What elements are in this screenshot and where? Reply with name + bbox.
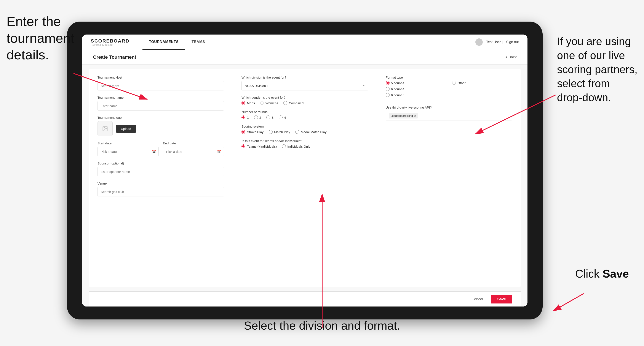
form-area: Tournament Host Tournament name Tourname… (89, 69, 521, 287)
format-5count4[interactable]: 5 count 4 (386, 81, 446, 85)
event-individuals-radio[interactable] (282, 144, 286, 148)
format-5count4-radio[interactable] (386, 81, 390, 85)
upload-button[interactable]: Upload (116, 125, 136, 133)
format-label: Format type (386, 76, 512, 79)
format-group: Format type 5 count 4 Other (386, 76, 512, 97)
rounds-2-radio[interactable] (254, 116, 258, 119)
event-individuals-label: Individuals Only (287, 145, 310, 148)
svg-point-1 (104, 127, 105, 128)
tournament-name-input[interactable] (98, 101, 224, 111)
cancel-button[interactable]: Cancel (467, 295, 487, 304)
navbar: SCOREBOARD Powered by Clippit TOURNAMENT… (82, 34, 528, 50)
brand-title: SCOREBOARD (91, 38, 130, 44)
nav-link-tournaments[interactable]: TOURNAMENTS (142, 34, 185, 50)
tablet-screen: SCOREBOARD Powered by Clippit TOURNAMENT… (82, 34, 528, 307)
api-tag-remove[interactable]: × (414, 114, 416, 118)
rounds-1[interactable]: 1 (242, 116, 248, 119)
scoring-stroke-label: Stroke Play (247, 130, 264, 134)
tablet-frame: SCOREBOARD Powered by Clippit TOURNAMENT… (67, 21, 542, 320)
start-date-group: Start date 📅 (98, 141, 159, 156)
search-golf-club-input[interactable] (98, 187, 224, 196)
rounds-group: Number of rounds 1 2 (242, 110, 368, 119)
venue-label: Venue (98, 181, 224, 185)
scoring-medal[interactable]: Medal Match Play (295, 130, 326, 134)
rounds-1-radio[interactable] (242, 116, 245, 119)
event-teams-radio[interactable] (242, 144, 245, 148)
format-5count4-label: 5 count 4 (391, 81, 404, 85)
rounds-3[interactable]: 3 (266, 116, 274, 119)
scoring-match-radio[interactable] (269, 130, 272, 134)
end-date-input[interactable] (163, 147, 224, 156)
sponsor-input[interactable] (98, 167, 224, 176)
tournament-name-label: Tournament name (98, 96, 224, 99)
annotation-division: Select the division and format. (244, 318, 400, 333)
rounds-2[interactable]: 2 (254, 116, 261, 119)
division-wrapper: NCAA Division I ▼ (242, 81, 368, 90)
scoring-stroke[interactable]: Stroke Play (242, 130, 264, 134)
svg-line-5 (554, 294, 584, 311)
start-date-wrapper: 📅 (98, 147, 159, 156)
signout-link[interactable]: Sign out (506, 40, 519, 44)
scoring-radio-group: Stroke Play Match Play Medal Match Play (242, 130, 368, 134)
venue-wrapper (98, 187, 224, 196)
annotation-live: If you are usingone of our livescoring p… (557, 34, 638, 105)
date-row: Start date 📅 End date 📅 (98, 141, 224, 156)
tournament-host-wrapper (98, 81, 224, 90)
tournament-host-label: Tournament Host (98, 76, 224, 79)
gender-womens-radio[interactable] (260, 101, 264, 105)
format-6count5[interactable]: 6 count 5 (386, 93, 446, 97)
scoring-medal-label: Medal Match Play (301, 130, 326, 134)
rounds-label: Number of rounds (242, 110, 368, 114)
tournament-host-group: Tournament Host (98, 76, 224, 90)
scoring-medal-radio[interactable] (295, 130, 299, 134)
gender-label: Which gender is the event for? (242, 96, 368, 99)
nav-link-teams[interactable]: TEAMS (185, 34, 212, 50)
gender-combined[interactable]: Combined (284, 101, 304, 105)
gender-group: Which gender is the event for? Mens Wome… (242, 96, 368, 105)
end-date-wrapper: 📅 (163, 147, 224, 156)
gender-womens[interactable]: Womens (260, 101, 278, 105)
back-button[interactable]: < Back (506, 55, 517, 59)
search-team-input[interactable] (98, 81, 224, 90)
scoring-match[interactable]: Match Play (269, 130, 290, 134)
event-teams[interactable]: Teams (+Individuals) (242, 144, 277, 148)
format-6count5-radio[interactable] (386, 93, 390, 97)
format-grid: 5 count 4 Other 6 count 4 (386, 81, 512, 97)
gender-combined-label: Combined (289, 101, 304, 105)
gender-mens-radio[interactable] (242, 101, 245, 105)
event-type-label: Is this event for Teams and/or Individua… (242, 139, 368, 143)
gender-combined-radio[interactable] (284, 101, 287, 105)
rounds-3-radio[interactable] (266, 116, 270, 119)
rounds-4-label: 4 (284, 116, 286, 119)
nav-user: Test User | (486, 40, 502, 44)
logo-placeholder (98, 121, 113, 136)
scoring-stroke-radio[interactable] (242, 130, 245, 134)
venue-group: Venue (98, 181, 224, 196)
event-type-radio-group: Teams (+Individuals) Individuals Only (242, 144, 368, 148)
rounds-4[interactable]: 4 (279, 116, 286, 119)
division-label: Which division is the event for? (242, 76, 368, 79)
division-select[interactable]: NCAA Division I (242, 81, 368, 90)
save-button[interactable]: Save (491, 295, 512, 304)
panel-header: Create Tournament < Back (82, 50, 528, 65)
format-6count4-radio[interactable] (386, 87, 390, 91)
start-date-input[interactable] (98, 147, 159, 156)
gender-mens[interactable]: Mens (242, 101, 255, 105)
event-individuals[interactable]: Individuals Only (282, 144, 310, 148)
scoring-label: Scoring system (242, 125, 368, 128)
start-date-label: Start date (98, 141, 159, 145)
form-col-1: Tournament Host Tournament name Tourname… (89, 69, 233, 287)
api-tag-chip: Leaderboard King × (389, 113, 418, 119)
scoring-match-label: Match Play (274, 130, 290, 134)
brand-sub: Powered by Clippit (91, 44, 130, 46)
format-other[interactable]: Other (452, 81, 512, 85)
api-tag-input[interactable]: Leaderboard King × (386, 111, 512, 120)
tournament-logo-group: Tournament logo Upload (98, 116, 224, 136)
format-other-radio[interactable] (452, 81, 456, 85)
rounds-radio-group: 1 2 3 4 (242, 116, 368, 119)
rounds-4-radio[interactable] (279, 116, 282, 119)
gender-womens-label: Womens (266, 101, 278, 105)
nav-right: Test User | Sign out (476, 38, 519, 46)
format-6count4[interactable]: 6 count 4 (386, 87, 446, 91)
panel-footer: Cancel Save (89, 291, 521, 307)
